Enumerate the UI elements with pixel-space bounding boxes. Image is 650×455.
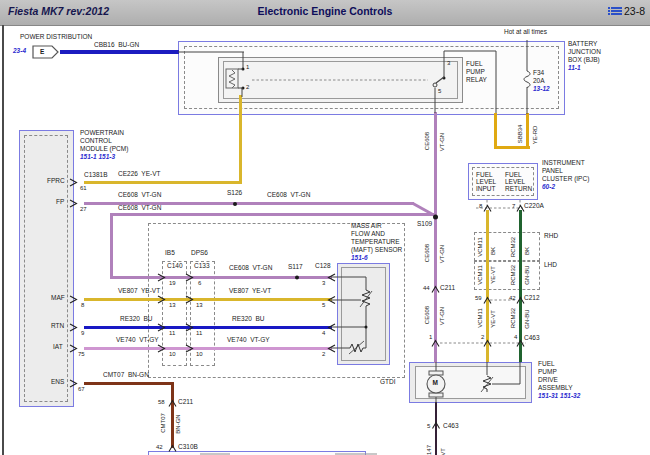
- diagram-label: 13-12: [533, 86, 550, 93]
- diagram-label: CLUSTER (IPC): [542, 176, 589, 183]
- diagram-label: C463: [443, 423, 459, 430]
- diagram-label: VT-GN: [439, 133, 445, 151]
- diagram-label: 11: [169, 330, 175, 336]
- relay-coil-icon: [226, 69, 243, 88]
- diagram-label: C140: [167, 263, 183, 270]
- diagram-label: 3: [447, 60, 450, 66]
- diagram-label: CE608 VT-GN: [229, 265, 272, 272]
- diagram-label: RHD: [544, 233, 558, 240]
- diagram-label: RELAY: [466, 77, 487, 84]
- diagram-label: 151-6: [351, 255, 368, 262]
- diagram-label: 20A: [533, 78, 545, 85]
- diagram-label: 1: [246, 64, 249, 70]
- diagram-label: C133: [194, 263, 210, 270]
- diagram-label: VE740 VT-GY: [227, 337, 270, 344]
- diagram-label: FUEL: [466, 61, 483, 68]
- diagram-label: CE608: [424, 306, 430, 324]
- diagram-label: RE320 BU: [120, 316, 153, 323]
- diagram-label: 1: [429, 334, 432, 340]
- diagram-label: YE-VT: [490, 266, 496, 284]
- diagram-label: PUMP: [466, 69, 485, 76]
- diagram-canvas: POWER DISTRIBUTION23-4ECBB16 BU-GNHot at…: [0, 0, 650, 455]
- diagram-label: CONTROL: [80, 138, 112, 145]
- diagram-label: 13: [169, 302, 176, 308]
- diagram-label: 8: [479, 203, 482, 209]
- relay-switch-icon: [433, 77, 444, 87]
- diagram-label: POWER DISTRIBUTION: [20, 34, 92, 41]
- diagram-label: CMT07: [160, 413, 166, 433]
- diagram-label: INSTRUMENT: [542, 160, 585, 167]
- diagram-label: (MAFT) SENSOR: [351, 247, 402, 254]
- diagram-label: 4: [514, 334, 517, 340]
- diagram-label: FUEL: [538, 361, 555, 368]
- resistor-icon: [360, 290, 372, 307]
- diagram-label: 2: [246, 84, 249, 90]
- diagram-label: C220A: [524, 203, 544, 210]
- diagram-label: RETURN: [505, 186, 532, 193]
- diagram-label: GN-BU: [524, 265, 530, 284]
- diagram-label: VT: [440, 448, 446, 455]
- diagram-label: GN-BU: [524, 309, 530, 328]
- diagram-label: RCM32: [510, 237, 516, 257]
- wiring-diagram-page: Fiesta MK7 rev:2012 Electronic Engine Co…: [0, 0, 650, 455]
- diagram-label: VE807 YE-VT: [118, 288, 160, 295]
- diagram-label: DRIVE: [538, 377, 558, 384]
- diagram-label: 9: [81, 330, 84, 336]
- diagram-label: INPUT: [476, 186, 496, 193]
- pentagon-e-icon: [33, 46, 58, 58]
- diagram-label: RCM32: [510, 308, 516, 328]
- diagram-label: BOX (BJB): [568, 57, 600, 64]
- diagram-label: VCM11: [477, 308, 483, 328]
- diagram-label: FP: [56, 199, 64, 206]
- diagram-label: 147: [426, 445, 432, 455]
- diagram-label: M: [433, 380, 438, 387]
- diagram-label: RE320 BU: [232, 316, 265, 323]
- diagram-label: 5: [427, 423, 430, 429]
- diagram-label: CE608: [424, 244, 430, 262]
- diagram-label: 13: [196, 302, 203, 308]
- diagram-label: PUMP: [538, 369, 557, 376]
- diagram-label: 23-4: [13, 48, 26, 55]
- diagram-label: ENS: [51, 379, 64, 386]
- diagram-label: 3: [322, 280, 325, 286]
- diagram-label: RTN: [51, 323, 64, 330]
- diagram-label: 11-1: [568, 65, 581, 72]
- diagram-label: YE-RD: [532, 126, 538, 145]
- diagram-label: ASSEMBLY: [538, 385, 573, 392]
- diagram-label: VT-GN: [439, 245, 445, 263]
- diagram-label: 7: [512, 203, 515, 209]
- diagram-label: 11: [196, 330, 202, 336]
- thermistor-icon: [349, 341, 364, 354]
- diagram-label: MODULE (PCM): [80, 146, 128, 153]
- diagram-label: 5: [322, 302, 325, 308]
- diagram-label: POWERTRAIN: [80, 130, 124, 137]
- diagram-label: 67: [78, 386, 85, 392]
- diagram-label: CE608 VT-GN: [267, 192, 310, 199]
- diagram-label: 2: [481, 334, 484, 340]
- diagram-label: CE608 VT-GN: [118, 205, 161, 212]
- diagram-label: CE608 VT-GN: [118, 192, 161, 199]
- diagram-label: C211: [440, 285, 455, 292]
- diagram-label: C310B: [178, 444, 198, 451]
- diagram-label: 61: [80, 185, 87, 191]
- diagram-label: IB5: [165, 250, 175, 257]
- diagram-label: SBB34: [517, 125, 523, 144]
- diagram-label: 59: [475, 295, 482, 301]
- page-left-edge: [2, 25, 4, 455]
- diagram-label: RCM32: [510, 265, 516, 285]
- diagram-label: F34: [533, 70, 544, 77]
- diagram-label: JUNCTION: [568, 49, 601, 56]
- diagram-label: VCM11: [477, 265, 483, 285]
- diagram-label: 10: [196, 351, 203, 357]
- diagram-label: MASS AIR: [351, 223, 382, 230]
- diagram-label: 8: [81, 302, 84, 308]
- diagram-label: S117: [288, 264, 303, 271]
- diagram-label: VT-GN: [439, 307, 445, 325]
- diagram-label: C212: [524, 295, 540, 302]
- diagram-label: 5: [438, 88, 441, 94]
- diagram-label: CBB16 BU-GN: [94, 42, 139, 49]
- diagram-label: 42: [509, 295, 516, 301]
- diagram-label: BN-GN: [175, 414, 181, 433]
- diagram-label: GTDI: [380, 379, 396, 386]
- diagram-label: BK: [524, 247, 530, 255]
